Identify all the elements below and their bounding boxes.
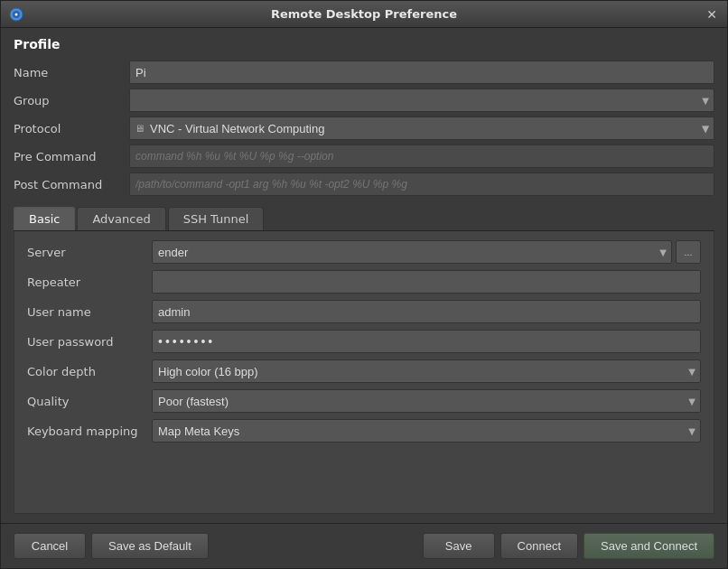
svg-point-2	[15, 13, 18, 15]
group-label: Group	[14, 94, 122, 107]
password-label: User password	[27, 335, 145, 349]
tab-ssh-tunnel[interactable]: SSH Tunnel	[168, 207, 265, 230]
tab-basic[interactable]: Basic	[14, 207, 75, 230]
quality-label: Quality	[27, 395, 145, 408]
connect-button[interactable]: Connect	[500, 533, 578, 559]
cancel-button[interactable]: Cancel	[14, 533, 86, 559]
tabs-container: Basic Advanced SSH Tunnel Server ... Rep…	[14, 207, 714, 514]
window-title: Remote Desktop Preference	[24, 7, 704, 21]
server-row: ...	[152, 240, 701, 264]
profile-form: Name Group Protocol 🖥 VNC - Virtual Netw…	[14, 61, 714, 196]
username-input[interactable]	[152, 300, 701, 323]
color-depth-select-wrapper: High color (16 bpp) True color (24 bpp) …	[152, 359, 701, 383]
bottom-bar: Cancel Save as Default Save Connect Save…	[1, 523, 727, 568]
name-label: Name	[14, 66, 122, 79]
protocol-select-wrapper: 🖥 VNC - Virtual Network Computing RDP - …	[129, 117, 714, 140]
save-connect-button[interactable]: Save and Connect	[583, 533, 714, 559]
repeater-label: Repeater	[27, 275, 145, 289]
keyboard-select[interactable]: Map Meta Keys None Map AltGr Keys	[152, 419, 701, 443]
password-input[interactable]	[152, 330, 701, 353]
bottom-right-buttons: Save Connect Save and Connect	[423, 533, 714, 559]
save-default-button[interactable]: Save as Default	[91, 533, 209, 559]
username-label: User name	[27, 305, 145, 319]
repeater-input[interactable]	[152, 270, 701, 294]
server-label: Server	[27, 246, 145, 259]
protocol-select[interactable]: VNC - Virtual Network Computing RDP - Re…	[129, 117, 714, 140]
pre-command-input[interactable]	[129, 145, 714, 168]
group-select[interactable]	[129, 89, 714, 112]
group-select-wrapper	[129, 89, 714, 112]
tab-bar: Basic Advanced SSH Tunnel	[14, 207, 714, 231]
save-button[interactable]: Save	[423, 533, 495, 559]
server-browse-button[interactable]: ...	[676, 240, 701, 264]
post-command-input[interactable]	[129, 173, 714, 196]
pre-command-label: Pre Command	[14, 150, 122, 163]
protocol-icon: 🖥	[135, 123, 145, 135]
tab-advanced[interactable]: Advanced	[77, 207, 165, 230]
main-window: Remote Desktop Preference ✕ Profile Name…	[0, 0, 728, 569]
basic-form: Server ... Repeater User name User pa	[27, 240, 701, 443]
server-input[interactable]	[152, 240, 672, 264]
profile-section-title: Profile	[14, 37, 714, 51]
color-depth-label: Color depth	[27, 365, 145, 378]
main-content: Profile Name Group Protocol 🖥 VNC - Virt…	[1, 28, 727, 523]
basic-tab-content: Server ... Repeater User name User pa	[14, 231, 714, 514]
post-command-label: Post Command	[14, 178, 122, 191]
protocol-label: Protocol	[14, 122, 122, 135]
close-button[interactable]: ✕	[704, 6, 720, 23]
color-depth-select[interactable]: High color (16 bpp) True color (24 bpp) …	[152, 359, 701, 383]
keyboard-select-wrapper: Map Meta Keys None Map AltGr Keys	[152, 419, 701, 443]
bottom-left-buttons: Cancel Save as Default	[14, 533, 209, 559]
server-input-wrapper	[152, 240, 672, 264]
quality-select-wrapper: Poor (fastest) Medium Good Best (slowest…	[152, 389, 701, 413]
app-icon	[8, 6, 24, 23]
quality-select[interactable]: Poor (fastest) Medium Good Best (slowest…	[152, 389, 701, 413]
name-input[interactable]	[129, 61, 714, 84]
keyboard-label: Keyboard mapping	[27, 424, 145, 438]
title-bar: Remote Desktop Preference ✕	[1, 1, 727, 28]
